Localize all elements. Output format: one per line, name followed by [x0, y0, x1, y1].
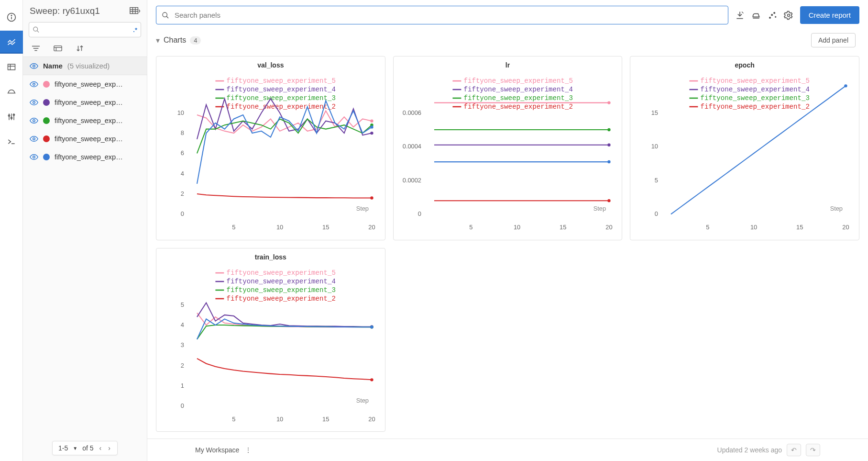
svg-text:20: 20	[843, 224, 849, 231]
svg-text:5: 5	[469, 224, 472, 231]
pager-next[interactable]: ›	[107, 444, 111, 452]
svg-point-31	[33, 120, 35, 122]
pager-range[interactable]: 1-5	[58, 444, 68, 452]
run-item[interactable]: fiftyone_sweep_exp…	[23, 148, 147, 166]
svg-rect-23	[54, 46, 62, 51]
svg-line-38	[742, 11, 743, 13]
svg-point-91	[607, 160, 610, 163]
scatter-icon[interactable]	[768, 11, 777, 20]
rail-terminal-icon[interactable]	[0, 130, 23, 153]
chart-panel[interactable]: train_lossfiftyone_sweep_experiment_5fif…	[156, 248, 385, 432]
redo-button[interactable]: ↷	[806, 444, 820, 456]
svg-text:fiftyone_sweep_experiment_4: fiftyone_sweep_experiment_4	[226, 277, 335, 285]
run-item[interactable]: fiftyone_sweep_exp…	[23, 75, 147, 93]
chart-panel[interactable]: val_lossfiftyone_sweep_experiment_5fifty…	[156, 56, 385, 240]
workspace-name[interactable]: My Workspace	[195, 446, 239, 454]
add-panel-button[interactable]: Add panel	[811, 33, 856, 47]
svg-text:Step: Step	[593, 205, 605, 212]
rail-table-icon[interactable]	[0, 56, 23, 79]
run-item[interactable]: fiftyone_sweep_exp…	[23, 112, 147, 130]
export-icon[interactable]	[735, 11, 745, 20]
svg-text:15: 15	[560, 224, 566, 231]
svg-text:15: 15	[322, 224, 329, 231]
topbar: Create report	[147, 0, 868, 30]
panel-title: train_loss	[160, 253, 381, 261]
eye-icon[interactable]	[30, 135, 38, 142]
svg-text:fiftyone_sweep_experiment_2: fiftyone_sweep_experiment_2	[701, 103, 810, 111]
svg-point-69	[370, 125, 373, 128]
svg-text:20: 20	[368, 224, 375, 231]
eye-icon[interactable]	[30, 81, 38, 88]
svg-text:0.0006: 0.0006	[402, 109, 421, 116]
eye-icon[interactable]	[30, 99, 38, 106]
svg-text:4: 4	[181, 170, 184, 177]
svg-text:fiftyone_sweep_experiment_2: fiftyone_sweep_experiment_2	[226, 294, 335, 302]
regex-toggle[interactable]: .*	[133, 26, 137, 34]
rail-hat-icon[interactable]	[0, 80, 23, 103]
svg-text:5: 5	[232, 224, 235, 231]
group-icon[interactable]	[54, 45, 62, 52]
sort-icon[interactable]	[76, 45, 84, 52]
svg-text:5: 5	[655, 177, 658, 184]
svg-point-90	[607, 199, 610, 202]
svg-text:fiftyone_sweep_experiment_2: fiftyone_sweep_experiment_2	[463, 103, 572, 111]
svg-text:15: 15	[651, 109, 658, 116]
svg-text:fiftyone_sweep_experiment_2: fiftyone_sweep_experiment_2	[226, 103, 335, 111]
svg-point-109	[845, 84, 847, 87]
charts-grid: val_lossfiftyone_sweep_experiment_5fifty…	[147, 49, 868, 439]
svg-line-35	[166, 16, 168, 18]
eye-icon[interactable]	[30, 154, 38, 160]
svg-text:1: 1	[181, 382, 184, 389]
dropdown-caret-icon[interactable]: ▼	[73, 446, 77, 451]
runs-search-input[interactable]	[29, 22, 141, 37]
create-report-button[interactable]: Create report	[800, 6, 859, 24]
svg-text:6: 6	[181, 149, 184, 157]
pager-prev[interactable]: ‹	[99, 444, 103, 452]
svg-text:fiftyone_sweep_experiment_4: fiftyone_sweep_experiment_4	[226, 86, 335, 93]
chart-panel[interactable]: epochfiftyone_sweep_experiment_5fiftyone…	[630, 56, 859, 240]
pager-of: of 5	[82, 444, 93, 452]
iron-icon[interactable]	[751, 11, 761, 20]
svg-point-33	[33, 156, 35, 158]
svg-text:10: 10	[750, 224, 757, 231]
svg-point-2	[11, 15, 11, 16]
run-color-dot	[43, 135, 50, 142]
sidebar: Sweep: ry61uxq1 .* Name (5 visualized) f…	[23, 0, 147, 461]
svg-text:5: 5	[181, 301, 184, 308]
sweep-title: Sweep: ry61uxq1	[30, 6, 100, 16]
rail-info-icon[interactable]	[0, 6, 23, 29]
svg-point-133	[370, 326, 373, 328]
svg-text:fiftyone_sweep_experiment_5: fiftyone_sweep_experiment_5	[226, 77, 335, 85]
section-caret-icon[interactable]: ▾	[156, 36, 160, 45]
svg-text:10: 10	[276, 416, 283, 423]
svg-point-89	[607, 128, 610, 131]
search-icon	[33, 26, 40, 34]
svg-text:20: 20	[368, 416, 375, 423]
run-item[interactable]: fiftyone_sweep_exp…	[23, 130, 147, 148]
svg-text:fiftyone_sweep_experiment_3: fiftyone_sweep_experiment_3	[226, 286, 335, 293]
run-item[interactable]: fiftyone_sweep_exp…	[23, 93, 147, 112]
workspace-menu-icon[interactable]: ⋮	[242, 446, 254, 454]
svg-point-30	[33, 101, 35, 104]
run-color-dot	[43, 117, 50, 124]
svg-rect-13	[130, 8, 138, 14]
section-count: 4	[190, 36, 201, 45]
run-color-dot	[43, 154, 50, 160]
rail-sliders-icon[interactable]	[0, 105, 23, 128]
chart-panel[interactable]: lrfiftyone_sweep_experiment_5fiftyone_sw…	[393, 56, 623, 240]
panels-search-input[interactable]	[156, 6, 728, 24]
eye-icon[interactable]	[30, 117, 38, 124]
svg-point-40	[769, 17, 770, 18]
undo-button[interactable]: ↶	[787, 444, 801, 456]
svg-text:Step: Step	[356, 396, 369, 404]
gear-icon[interactable]	[784, 11, 793, 20]
svg-text:fiftyone_sweep_experiment_3: fiftyone_sweep_experiment_3	[463, 94, 572, 102]
runs-header[interactable]: Name (5 visualized)	[23, 56, 147, 75]
grid-view-icon[interactable]	[130, 7, 140, 15]
svg-point-88	[607, 144, 610, 146]
filter-icon[interactable]	[32, 45, 40, 52]
eye-icon	[30, 63, 38, 69]
svg-text:5: 5	[706, 224, 710, 231]
svg-text:2: 2	[181, 361, 184, 369]
rail-charts-icon[interactable]	[0, 31, 23, 54]
